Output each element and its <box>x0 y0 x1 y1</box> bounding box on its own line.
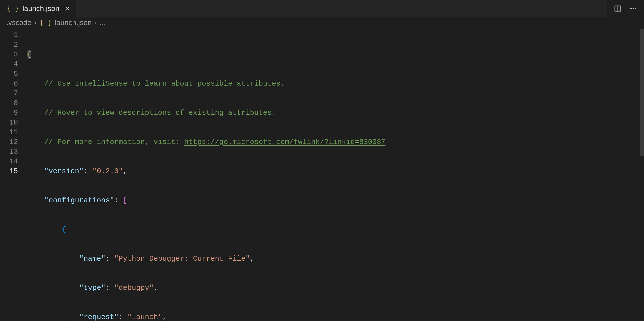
line-number: 4 <box>0 59 18 69</box>
line-number: 2 <box>0 40 18 50</box>
tab-bar: { } launch.json × <box>0 0 607 17</box>
close-icon[interactable]: × <box>64 5 71 13</box>
breadcrumb-segment[interactable]: launch.json <box>55 19 92 27</box>
breadcrumb-segment[interactable]: ... <box>100 19 106 27</box>
line-number: 14 <box>0 157 18 166</box>
line-number: 7 <box>0 89 18 98</box>
json-file-icon: { } <box>40 19 52 27</box>
chevron-right-icon: › <box>34 19 36 27</box>
svg-point-3 <box>632 8 634 9</box>
tab-filename: launch.json <box>22 4 60 13</box>
line-number-gutter: 1 2 3 4 5 6 7 8 9 10 11 12 13 14 15 <box>0 30 27 321</box>
split-editor-icon[interactable] <box>613 4 622 13</box>
vertical-scrollbar[interactable] <box>640 17 644 321</box>
line-number: 3 <box>0 50 18 59</box>
code-editor[interactable]: 1 2 3 4 5 6 7 8 9 10 11 12 13 14 15 { //… <box>0 30 644 321</box>
line-number: 12 <box>0 137 18 147</box>
doc-link[interactable]: https://go.microsoft.com/fwlink/?linkid=… <box>184 138 386 146</box>
line-number: 13 <box>0 147 18 157</box>
breadcrumb[interactable]: .vscode › { } launch.json › ... <box>0 17 644 30</box>
svg-point-2 <box>630 8 632 9</box>
code-line: { <box>27 50 644 59</box>
code-line: // Use IntelliSense to learn about possi… <box>27 79 644 89</box>
code-line: "request": "launch", <box>27 312 644 321</box>
line-number: 6 <box>0 79 18 89</box>
code-line: // For more information, visit: https://… <box>27 137 644 147</box>
code-content[interactable]: { // Use IntelliSense to learn about pos… <box>27 30 644 321</box>
line-number: 1 <box>0 30 18 40</box>
code-line: { <box>27 225 644 234</box>
code-line: "version": "0.2.0", <box>27 166 644 176</box>
title-bar: { } launch.json × <box>0 0 644 17</box>
more-actions-icon[interactable] <box>628 4 638 13</box>
svg-point-4 <box>635 8 636 9</box>
code-line: "name": "Python Debugger: Current File", <box>27 254 644 264</box>
editor-actions <box>607 0 644 17</box>
line-number: 8 <box>0 98 18 108</box>
line-number: 9 <box>0 108 18 118</box>
chevron-right-icon: › <box>94 19 97 27</box>
code-line: "type": "debugpy", <box>27 283 644 293</box>
line-number: 15 <box>0 166 18 176</box>
breadcrumb-segment[interactable]: .vscode <box>6 19 31 27</box>
tab-launch-json[interactable]: { } launch.json × <box>0 0 76 17</box>
scrollbar-thumb[interactable] <box>640 29 644 156</box>
line-number: 11 <box>0 127 18 137</box>
json-file-icon: { } <box>7 5 19 13</box>
line-number: 5 <box>0 69 18 79</box>
code-line: "configurations": [ <box>27 195 644 205</box>
line-number: 10 <box>0 118 18 127</box>
code-line: // Hover to view descriptions of existin… <box>27 108 644 118</box>
